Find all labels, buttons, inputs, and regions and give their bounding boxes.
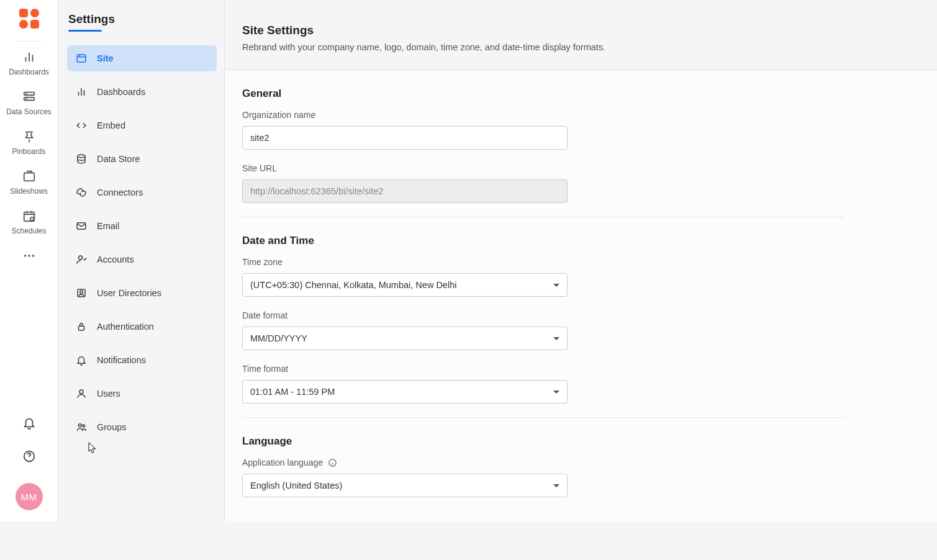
main-content: Site Settings Rebrand with your company … [225,0,937,522]
svg-point-16 [78,155,85,158]
icon-rail: Dashboards Data Sources Pinboards Slides… [0,0,58,522]
org-name-label: Organization name [242,110,828,120]
nav-label: Authentication [97,322,154,332]
svg-rect-0 [19,9,28,17]
info-icon[interactable] [328,458,337,467]
applang-select[interactable]: English (United States) [242,474,568,497]
nav-label: Data Store [97,154,140,164]
nav-notifications[interactable]: Notifications [67,347,217,373]
nav-embed[interactable]: Embed [67,112,217,138]
nav-label: Site [97,53,114,63]
svg-point-10 [30,217,34,221]
svg-point-11 [24,255,26,257]
nav-label: Email [97,221,119,231]
site-url-input [242,179,568,203]
rail-label: Data Sources [6,107,52,116]
section-general: General [242,88,828,100]
settings-nav: Settings Site Dashboards Embed Data Stor… [58,0,225,522]
section-language: Language [242,435,828,448]
svg-point-18 [79,256,83,260]
svg-point-24 [83,425,85,427]
rail-dashboards[interactable]: Dashboards [0,50,58,76]
nav-users[interactable]: Users [67,381,217,407]
svg-rect-1 [30,9,39,17]
rail-label: Slideshows [10,187,48,196]
user-avatar[interactable]: MM [16,483,43,510]
chevron-down-icon [553,391,559,394]
help-icon[interactable] [22,449,36,466]
chevron-down-icon [553,337,559,340]
timezone-label: Time zone [242,257,828,267]
nav-label: Dashboards [97,87,145,97]
svg-point-13 [32,255,34,257]
nav-label: User Directories [97,288,161,298]
rail-label: Dashboards [9,68,49,76]
nav-authentication[interactable]: Authentication [67,314,217,340]
timezone-value: (UTC+05:30) Chennai, Kolkata, Mumbai, Ne… [250,280,456,290]
section-datetime: Date and Time [242,235,828,247]
rail-datasources[interactable]: Data Sources [0,90,58,116]
rail-pinboards[interactable]: Pinboards [0,130,58,156]
chevron-down-icon [553,284,559,287]
app-logo[interactable] [18,7,40,30]
svg-rect-21 [79,326,84,330]
nav-userdirectories[interactable]: User Directories [67,280,217,306]
page-header: Site Settings Rebrand with your company … [225,0,937,70]
dateformat-value: MM/DD/YYYY [250,333,307,343]
nav-groups[interactable]: Groups [67,414,217,440]
nav-accounts[interactable]: Accounts [67,246,217,273]
chevron-down-icon [553,484,559,487]
applang-value: English (United States) [250,481,342,490]
rail-label: Pinboards [12,147,45,156]
timezone-select[interactable]: (UTC+05:30) Chennai, Kolkata, Mumbai, Ne… [242,273,568,297]
timeformat-value: 01:01 AM - 11:59 PM [250,387,335,397]
nav-label: Connectors [97,187,143,197]
applang-label: Application language [242,458,828,467]
rail-more[interactable] [0,249,58,266]
svg-rect-8 [24,173,34,181]
nav-datastore[interactable]: Data Store [67,146,217,172]
rail-label: Schedules [11,227,46,235]
nav-label: Notifications [97,355,146,365]
svg-point-23 [79,424,82,427]
nav-label: Users [97,389,120,399]
svg-point-6 [25,94,26,94]
nav-connectors[interactable]: Connectors [67,179,217,205]
rail-schedules[interactable]: Schedules [0,209,58,235]
page-subtitle: Rebrand with your company name, logo, do… [242,42,920,52]
site-url-label: Site URL [242,163,828,173]
page-title: Site Settings [242,24,920,37]
nav-email[interactable]: Email [67,213,217,239]
svg-point-20 [80,291,83,294]
nav-site[interactable]: Site [67,45,217,71]
svg-point-12 [28,255,30,257]
svg-point-7 [25,99,26,99]
timeformat-label: Time format [242,364,828,374]
nav-label: Embed [97,120,125,130]
dateformat-label: Date format [242,310,828,320]
svg-point-22 [79,390,83,394]
notifications-icon[interactable] [22,416,36,432]
svg-rect-2 [19,20,28,29]
org-name-input[interactable] [242,126,568,150]
nav-label: Groups [97,422,127,432]
svg-rect-3 [30,20,39,29]
dateformat-select[interactable]: MM/DD/YYYY [242,327,568,350]
timeformat-select[interactable]: 01:01 AM - 11:59 PM [242,380,568,404]
nav-dashboards[interactable]: Dashboards [67,79,217,105]
settings-title: Settings [68,12,217,26]
nav-label: Accounts [97,255,134,264]
svg-rect-15 [77,55,86,62]
rail-slideshows[interactable]: Slideshows [0,169,58,196]
